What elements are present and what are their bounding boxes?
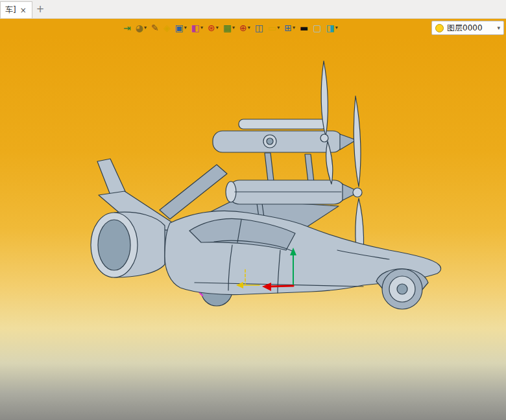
line-width-icon[interactable]: ▬ <box>298 21 309 34</box>
window-icon[interactable]: ◫ <box>254 21 265 34</box>
chevron-down-icon: ▾ <box>335 25 338 30</box>
display-box-icon[interactable]: ▣ ▾ <box>173 21 187 34</box>
ruler-icon-glyph: ▭ <box>268 23 276 32</box>
display-box-icon-glyph: ▣ <box>175 23 183 32</box>
brush-icon-glyph: ✎ <box>151 23 159 32</box>
chevron-down-icon: ▾ <box>184 25 187 30</box>
exit-icon-glyph: ⇥ <box>123 23 131 32</box>
chevron-down-icon: ▾ <box>232 25 235 30</box>
new-tab-button[interactable]: + <box>32 0 48 18</box>
chevron-down-icon: ▾ <box>277 25 280 30</box>
chevron-down-icon: ▾ <box>216 25 219 30</box>
3d-viewport[interactable] <box>0 36 506 420</box>
render-mode-icon[interactable]: ◕ ▾ <box>134 21 148 34</box>
annotation-icon-glyph: ⊕ <box>239 23 247 32</box>
toolbar-icon-group: ⇥ ◕ ▾ ✎ ◈ ▣ ▾ ◧ ▾ ⊛ ▾ ▦ ▾ ⊕ <box>122 21 339 34</box>
wheel-icon[interactable]: ⊛ ▾ <box>206 21 220 34</box>
chevron-down-icon: ▾ <box>248 25 250 30</box>
work-plane-icon[interactable]: ▢ <box>311 21 322 34</box>
lightbulb-icon <box>435 24 444 32</box>
render-toolbar: ⇥ ◕ ▾ ✎ ◈ ▣ ▾ ◧ ▾ ⊛ ▾ ▦ ▾ ⊕ <box>0 19 506 36</box>
tab-bar: 车] × + <box>0 0 506 19</box>
color-fill-icon[interactable]: ◧ ▾ <box>190 21 204 34</box>
layer-selector[interactable]: 图层0000 ▾ <box>431 21 504 35</box>
chevron-down-icon: ▾ <box>293 25 295 30</box>
material-icon-glyph: ◈ <box>163 23 171 32</box>
wheel-icon-glyph: ⊛ <box>208 23 215 32</box>
line-width-icon-glyph: ▬ <box>300 23 308 32</box>
layer-selector-value: 图层0000 <box>447 23 494 34</box>
layers-icon-glyph: ◨ <box>326 23 334 32</box>
render-mode-icon-glyph: ◕ <box>136 23 143 32</box>
tab-close-icon[interactable]: × <box>20 6 27 14</box>
chevron-down-icon: ▾ <box>497 25 500 31</box>
ruler-icon[interactable]: ▭ ▾ <box>267 21 281 34</box>
chevron-down-icon: ▾ <box>200 25 203 30</box>
image-icon-glyph: ▦ <box>223 23 232 32</box>
annotation-icon[interactable]: ⊕ ▾ <box>238 21 252 34</box>
image-icon[interactable]: ▦ ▾ <box>222 21 236 34</box>
window-icon-glyph: ◫ <box>255 23 263 32</box>
display-settings-icon-glyph: ⊞ <box>284 23 292 32</box>
document-tab[interactable]: 车] × <box>0 1 32 18</box>
material-icon[interactable]: ◈ <box>162 21 172 34</box>
chevron-down-icon: ▾ <box>144 25 147 30</box>
brush-icon[interactable]: ✎ <box>150 21 160 34</box>
color-fill-icon-glyph: ◧ <box>191 23 200 32</box>
display-settings-icon[interactable]: ⊞ ▾ <box>283 21 296 34</box>
work-plane-icon-glyph: ▢ <box>313 23 321 32</box>
flying-car-model <box>0 36 506 420</box>
layers-icon[interactable]: ◨ ▾ <box>324 21 339 34</box>
document-tab-label: 车] <box>5 5 16 16</box>
front-wheel[interactable] <box>382 269 422 309</box>
exit-icon[interactable]: ⇥ <box>122 21 132 34</box>
